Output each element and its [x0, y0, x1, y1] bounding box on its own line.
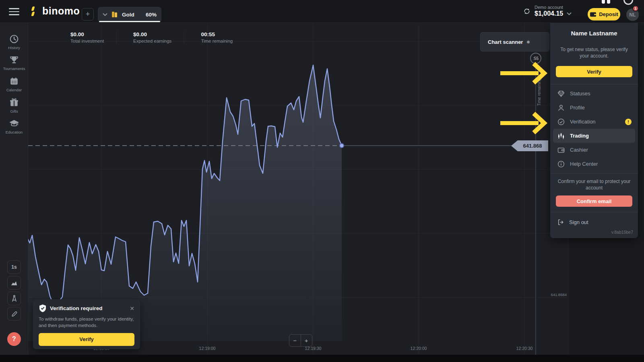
zoom-out-button[interactable]: −	[289, 335, 301, 346]
zoom-control: − +	[289, 334, 312, 347]
bottom-edge-bar	[0, 355, 644, 362]
close-icon[interactable]: ✕	[130, 305, 134, 312]
menu-item-verification[interactable]: Verification !	[550, 115, 638, 129]
sidebar-item-label: Tournaments	[3, 66, 25, 71]
wallet-icon	[590, 11, 597, 17]
trophy-icon	[9, 55, 19, 65]
popup-title: Verification required	[50, 305, 103, 311]
menu-item-label: Statuses	[570, 90, 590, 97]
sign-out-label: Sign out	[569, 219, 588, 225]
account-menu-list: Statuses Profile Verification !	[550, 86, 638, 171]
asset-payout: 60%	[146, 12, 157, 18]
sidebar-item-calendar[interactable]: Calendar	[0, 76, 28, 92]
menu-item-help-center[interactable]: Help Center	[550, 157, 638, 171]
stat-label: Time remaining	[201, 39, 233, 43]
shield-check-icon	[39, 304, 47, 313]
chart-scanner-label: Chart scanner	[488, 39, 523, 45]
menu-item-cashier[interactable]: Cashier	[550, 143, 638, 157]
popup-body: To withdraw funds, please verify your id…	[39, 316, 134, 329]
chart-type-button[interactable]	[7, 276, 21, 290]
menu-item-label: Cashier	[570, 147, 588, 153]
verification-popup: Verification required ✕ To withdraw fund…	[33, 299, 140, 349]
menu-item-profile[interactable]: Profile	[550, 101, 638, 115]
menu-item-label: Profile	[570, 105, 585, 111]
deposit-button[interactable]: Deposit	[588, 8, 620, 21]
menu-item-trading[interactable]: Trading	[553, 129, 635, 143]
stat-label: Total investment	[70, 39, 104, 43]
stat-expected-earnings: $0.00 Expected earnings	[133, 31, 184, 43]
calendar-icon	[9, 76, 19, 86]
sign-out-button[interactable]: Sign out	[557, 216, 588, 228]
notification-badge: 1	[632, 5, 639, 12]
menu-item-label: Verification	[570, 119, 596, 125]
stat-value: $0.00	[133, 31, 171, 37]
draw-button[interactable]	[7, 307, 21, 321]
time-tick-label: 12:20:00	[411, 346, 427, 351]
help-button[interactable]: ?	[7, 332, 21, 346]
time-remaining-axis-label: Time remaining	[537, 67, 541, 106]
asset-name: Gold	[122, 12, 134, 18]
add-asset-button[interactable]: +	[82, 8, 94, 21]
interval-button[interactable]: 1s	[7, 260, 21, 274]
compass-icon	[11, 295, 18, 302]
app-version: v.8ab15be7	[611, 230, 633, 234]
logo-text: binomo	[42, 5, 80, 17]
zoom-in-button[interactable]: +	[301, 335, 312, 346]
stat-time-remaining: 00:55 Time remaining	[201, 31, 245, 43]
account-balance: $1,004.15	[535, 10, 563, 17]
time-tick-label: 12:19:00	[199, 346, 216, 351]
gift-icon	[9, 98, 19, 107]
time-tick-label: 12:20:30	[516, 346, 533, 351]
chart-scanner-button[interactable]: Chart scanner	[480, 32, 549, 51]
gold-bars-icon	[111, 10, 118, 19]
clock-icon	[9, 34, 19, 44]
left-sidebar: History Tournaments Calendar	[0, 23, 28, 355]
panel-verify-button[interactable]: Verify	[556, 66, 632, 77]
sidebar-item-education[interactable]: Education	[0, 119, 28, 134]
confirm-email-button[interactable]: Confirm email	[556, 195, 632, 207]
menu-icon[interactable]	[9, 8, 19, 15]
menu-item-label: Trading	[570, 133, 589, 139]
refresh-icon	[523, 8, 530, 15]
sign-out-icon	[557, 219, 564, 226]
screen-overlay-bar	[602, 0, 605, 4]
menu-item-label: Help Center	[570, 161, 598, 167]
sidebar-item-label: History	[8, 45, 20, 50]
current-price-tag: 641.868	[511, 140, 548, 151]
account-status-note: To get new status, please verify your ac…	[556, 46, 632, 59]
gem-icon	[557, 90, 565, 97]
lightning-icon	[30, 6, 39, 16]
sidebar-item-tournaments[interactable]: Tournaments	[0, 55, 28, 71]
pencil-icon	[11, 311, 18, 317]
indicators-button[interactable]	[7, 292, 21, 305]
candlestick-icon	[557, 132, 565, 140]
check-circle-icon	[557, 118, 565, 125]
stat-label: Expected earnings	[133, 39, 171, 43]
sidebar-item-label: Education	[6, 130, 23, 134]
binomo-logo: binomo	[30, 5, 80, 17]
stat-value: $0.00	[70, 31, 104, 37]
expiry-countdown: :55	[530, 53, 541, 64]
deposit-label: Deposit	[599, 11, 618, 17]
account-menu-panel: Name Lastname To get new status, please …	[550, 23, 638, 238]
chevron-down-icon	[103, 13, 107, 16]
stat-total-investment: $0.00 Total investment	[70, 31, 116, 43]
menu-item-statuses[interactable]: Statuses	[550, 86, 638, 101]
sidebar-item-history[interactable]: History	[0, 34, 28, 50]
account-type: Demo account	[535, 5, 563, 10]
trade-stats: $0.00 Total investment $0.00 Expected ea…	[70, 31, 245, 43]
stat-value: 00:55	[201, 31, 233, 37]
asset-tab-gold[interactable]: Gold 60%	[98, 7, 161, 22]
status-dot	[527, 41, 530, 43]
graduation-cap-icon	[9, 119, 19, 128]
wallet-icon	[557, 146, 565, 154]
person-icon	[557, 104, 565, 111]
sidebar-item-label: Gifts	[10, 109, 18, 113]
chevron-down-icon	[567, 12, 572, 15]
screen-overlay-bar	[607, 0, 610, 4]
top-bar: binomo + Gold 60% Demo account $1,004.15	[0, 0, 644, 23]
email-note: Confirm your email to protect your accou…	[555, 178, 633, 191]
popup-verify-button[interactable]: Verify	[39, 333, 134, 346]
account-switcher[interactable]: Demo account $1,004.15	[523, 5, 572, 17]
sidebar-item-gifts[interactable]: Gifts	[0, 98, 28, 113]
